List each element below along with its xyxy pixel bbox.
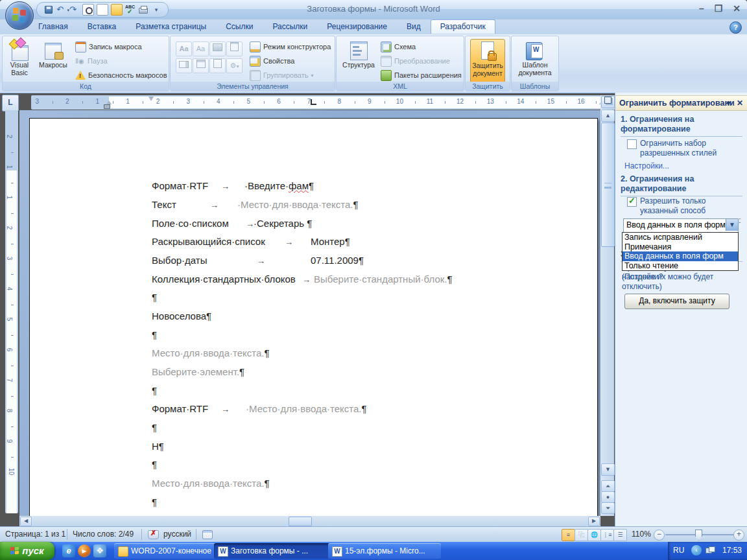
document-template-button[interactable]: W Шаблон документа <box>518 39 552 82</box>
yes-start-protection-button[interactable]: Да, включить защиту <box>624 294 729 309</box>
language-switcher[interactable]: RU <box>673 546 684 555</box>
macro-status-icon[interactable] <box>202 530 213 539</box>
vertical-ruler[interactable]: 1234567891012 <box>5 110 18 513</box>
office-button[interactable] <box>5 1 34 30</box>
structure-button[interactable]: Структура <box>340 39 377 82</box>
restore-button[interactable]: ❐ <box>715 3 723 14</box>
document-line[interactable]: Выбор·даты→07.11.2009¶ <box>30 255 597 268</box>
dropdown-option[interactable]: Ввод данных в поля форм <box>622 251 738 261</box>
dropdown-option[interactable]: Запись исправлений <box>622 233 738 242</box>
left-indent-box[interactable] <box>104 104 110 109</box>
horizontal-scrollbar-thumb[interactable] <box>289 517 312 526</box>
document-line[interactable]: Формат·RTF→·Место·для·ввода·текста.¶ <box>30 403 597 416</box>
tab-Вид[interactable]: Вид <box>397 19 431 33</box>
combobox-dropdown-icon[interactable]: ▼ <box>726 219 738 231</box>
internet-explorer-icon[interactable]: e <box>62 544 75 557</box>
document-line[interactable]: Текст→·Место·для·ввода·текста.¶ <box>30 199 597 212</box>
zoom-out-button[interactable]: − <box>654 530 665 541</box>
visual-basic-button[interactable]: Visual Basic <box>5 39 34 82</box>
schema-button[interactable]: Схема <box>381 41 416 52</box>
hide-icons-chevron-icon[interactable]: ‹ <box>691 545 702 555</box>
spelling-status-icon[interactable]: ✗ <box>148 530 159 539</box>
tab-Главная[interactable]: Главная <box>29 19 78 33</box>
document-line[interactable]: Место·для·ввода·текста.¶ <box>30 347 597 360</box>
document-line[interactable]: ¶ <box>30 329 597 342</box>
previous-page-button[interactable]: ⏶ <box>601 480 615 492</box>
close-button[interactable]: ✕ <box>733 3 741 14</box>
scroll-down-button[interactable]: ▼ <box>601 463 615 476</box>
outline-view-button[interactable]: ⋮≡ <box>600 529 614 541</box>
quick-launch-icon[interactable]: ❖ <box>93 544 106 557</box>
select-browse-object-button[interactable]: ● <box>601 491 615 503</box>
vertical-scrollbar[interactable]: ▲ ▼ ⏶ ● ⏷ <box>600 95 614 516</box>
text-segment: → <box>285 236 293 247</box>
tab-Вставка[interactable]: Вставка <box>78 19 126 33</box>
editing-type-combobox[interactable]: Ввод данных в поля форм ▼ <box>623 218 739 233</box>
page-indicator[interactable]: Страница: 1 из 1 <box>5 530 65 539</box>
language-indicator[interactable]: русский <box>163 530 191 539</box>
zoom-slider[interactable] <box>695 530 702 541</box>
tab-Рецензирование[interactable]: Рецензирование <box>317 19 397 33</box>
full-screen-reading-button[interactable]: ⿻ <box>575 529 588 541</box>
word-count-indicator[interactable]: Число слов: 2/49 <box>73 530 134 539</box>
first-line-indent-marker[interactable] <box>148 97 154 101</box>
tab-Ссылки[interactable]: Ссылки <box>216 19 263 33</box>
ruler-number: 6 <box>6 348 13 352</box>
document-line[interactable]: Раскрывающийся·список→Монтер¶ <box>30 236 597 249</box>
document-line[interactable]: ¶ <box>30 422 597 435</box>
tab-Разметка страницы[interactable]: Разметка страницы <box>126 19 216 33</box>
document-line[interactable]: Н¶ <box>30 441 597 454</box>
horizontal-ruler[interactable]: 1234567891011121314151617123 <box>31 95 620 110</box>
scroll-up-button[interactable]: ▲ <box>601 110 615 122</box>
page[interactable]: Формат·RTF→·Введите·фам¶Текст→·Место·для… <box>29 118 598 516</box>
pane-menu-icon[interactable]: ▼ <box>725 96 732 110</box>
tab-selector-button[interactable]: L <box>2 95 19 111</box>
document-line[interactable]: Место·для·ввода·текста.¶ <box>30 478 597 491</box>
settings-link[interactable]: Настройки... <box>624 161 669 170</box>
record-macro-button[interactable]: Запись макроса <box>75 41 142 52</box>
web-layout-view-button[interactable]: 🌐 <box>587 529 601 541</box>
draft-view-button[interactable]: ☰ <box>613 529 627 541</box>
taskbar-button-document2[interactable]: W 15-эл.формы - Micro... <box>328 543 441 559</box>
dropdown-option[interactable]: Примечания <box>622 242 738 252</box>
document-line[interactable]: Коллекция·стандартных·блоков→Выберите·ст… <box>30 274 597 286</box>
taskbar-button-folder[interactable]: WORD-2007-конечное <box>114 543 231 559</box>
document-line[interactable]: Новоселова¶ <box>30 310 597 323</box>
scroll-left-button[interactable]: ◀ <box>20 517 32 526</box>
document-area[interactable]: Формат·RTF→·Введите·фам¶Текст→·Место·для… <box>19 110 600 516</box>
taskbar-button-active-document[interactable]: W Заготовка формы - ... <box>214 543 338 559</box>
document-line[interactable]: Формат·RTF→·Введите·фам¶ <box>30 180 597 193</box>
limit-styles-checkbox[interactable] <box>627 139 637 149</box>
tab-Рассылки[interactable]: Рассылки <box>263 19 317 33</box>
macro-security-button[interactable]: !Безопасность макросов <box>75 69 167 81</box>
vertical-scrollbar-thumb[interactable] <box>601 122 615 247</box>
scroll-right-button[interactable]: ▶ <box>588 517 600 526</box>
tab-Разработчик[interactable]: Разработчик <box>431 19 495 34</box>
zoom-level[interactable]: 110% <box>632 530 651 539</box>
document-line[interactable]: ¶ <box>30 385 597 398</box>
minimize-button[interactable]: – <box>699 3 704 14</box>
protect-document-button[interactable]: Защитить документ <box>470 39 505 83</box>
media-player-icon[interactable]: ▸ <box>78 544 91 557</box>
print-layout-view-button[interactable]: ≡ <box>562 529 575 541</box>
zoom-in-button[interactable]: + <box>733 530 744 541</box>
start-button[interactable]: пуск <box>0 542 54 560</box>
document-line[interactable]: ¶ <box>30 292 597 305</box>
dropdown-option[interactable]: Только чтение <box>622 261 738 271</box>
document-line[interactable]: ¶ <box>30 459 597 472</box>
pane-close-icon[interactable]: ✕ <box>737 96 743 110</box>
macros-button[interactable]: Макросы <box>35 39 71 82</box>
view-ruler-toggle-button[interactable] <box>601 96 615 108</box>
design-mode-button[interactable]: Режим конструктора <box>250 41 331 52</box>
document-line[interactable]: Поле·со·списком→·Секретарь ¶ <box>30 218 597 231</box>
properties-button[interactable]: Свойства <box>250 55 294 67</box>
expansion-packs-button[interactable]: Пакеты расширения <box>381 69 462 81</box>
help-icon[interactable]: ? <box>729 21 742 34</box>
document-line[interactable]: ¶ <box>30 496 597 509</box>
editing-type-dropdown-list[interactable]: Запись исправленийПримечанияВвод данных … <box>622 232 739 271</box>
next-page-button[interactable]: ⏷ <box>601 502 615 514</box>
editing-restriction-checkbox[interactable] <box>627 197 637 207</box>
horizontal-scrollbar[interactable]: ◀ ▶ <box>19 516 600 526</box>
document-line[interactable]: Выберите·элемент.¶ <box>30 366 597 379</box>
tab-stop-marker[interactable] <box>311 99 316 105</box>
